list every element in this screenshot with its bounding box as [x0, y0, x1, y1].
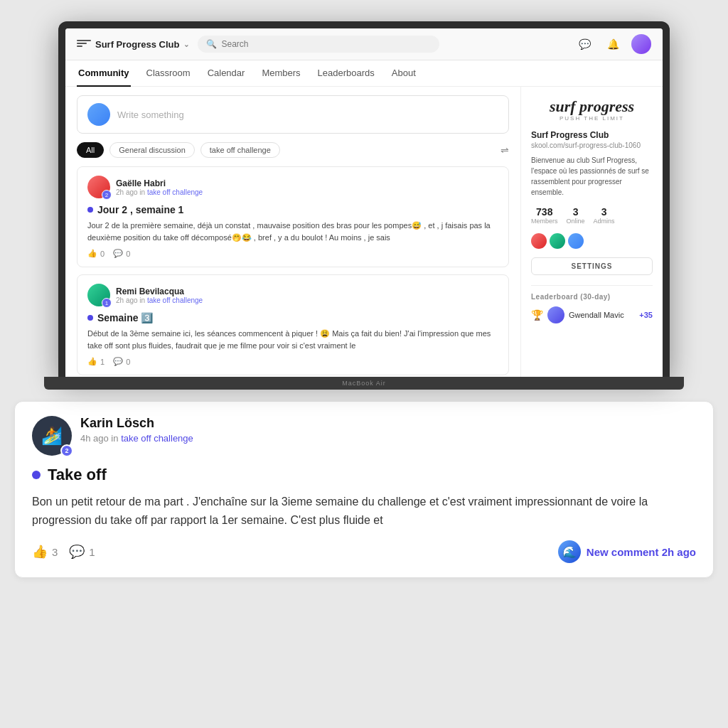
like-icon: 👍 — [32, 544, 48, 560]
new-comment-link[interactable]: New comment 2h ago — [587, 546, 696, 558]
blue-dot-icon — [87, 207, 93, 213]
post-card: 1 Remi Bevilacqua 2h ago in take off cha… — [77, 274, 509, 375]
card-header: 🏄 2 Karin Lösch 4h ago in take off chall… — [32, 416, 696, 456]
post-body: Début de la 3ème semaine ici, les séance… — [87, 328, 498, 351]
card-title: Take off — [32, 466, 696, 484]
filter-general[interactable]: General discussion — [109, 142, 195, 158]
leaderboard-title: Leaderboard (30-day) — [531, 293, 653, 301]
lb-avatar — [547, 306, 564, 323]
brand-tagline: PUSH THE LIMIT — [531, 115, 653, 122]
filter-all[interactable]: All — [77, 142, 104, 158]
card-comment-button[interactable]: 💬 1 — [69, 544, 95, 560]
filter-settings-icon[interactable]: ⇌ — [500, 144, 509, 156]
logo-icon — [77, 40, 91, 48]
card-actions: 👍 3 💬 1 🌊 New comment 2h ago — [32, 540, 696, 563]
filter-takeoff[interactable]: take off challenge — [200, 142, 280, 158]
like-button[interactable]: 👍 1 — [87, 357, 105, 366]
post-header: 1 Remi Bevilacqua 2h ago in take off cha… — [87, 284, 498, 306]
stat-members: 738 Members — [531, 206, 558, 225]
post-body: Jour 2 de la première semaine, déjà un c… — [87, 220, 498, 243]
write-placeholder: Write something — [117, 109, 184, 120]
card-badge: 2 — [60, 444, 73, 457]
tab-calendar[interactable]: Calendar — [206, 60, 247, 87]
sidebar-url: skool.com/surf-progress-club-1060 — [531, 141, 653, 149]
post-time: 2h ago in take off challenge — [116, 296, 203, 304]
like-icon: 👍 — [87, 249, 97, 258]
card-author: Karin Lösch — [80, 416, 193, 431]
filter-bar: All General discussion take off challeng… — [77, 142, 509, 158]
commenter-avatar: 🌊 — [558, 540, 581, 563]
laptop-screen: Surf Progress Club ⌄ 🔍 💬 🔔 Community Cla… — [65, 28, 663, 377]
search-bar[interactable]: 🔍 — [198, 36, 439, 53]
laptop-section: Surf Progress Club ⌄ 🔍 💬 🔔 Community Cla… — [0, 0, 728, 390]
card-like-button[interactable]: 👍 3 — [32, 544, 58, 560]
browser-topbar: Surf Progress Club ⌄ 🔍 💬 🔔 — [65, 28, 663, 60]
card-body: Bon un petit retour de ma part . J'encha… — [32, 493, 696, 529]
sidebar-description: Bienvenue au club Surf Progress, l'espac… — [531, 155, 653, 198]
comment-icon: 💬 — [69, 544, 85, 560]
bell-icon[interactable]: 🔔 — [603, 34, 623, 54]
blue-dot-icon — [87, 315, 93, 321]
tab-classroom[interactable]: Classroom — [145, 60, 192, 87]
member-avatar — [550, 233, 565, 249]
community-logo[interactable]: Surf Progress Club ⌄ — [77, 39, 189, 50]
member-avatar — [531, 233, 547, 249]
card-channel-link[interactable]: take off challenge — [121, 433, 193, 444]
nav-tabs: Community Classroom Calendar Members Lea… — [65, 60, 663, 87]
badge-count: 2 — [102, 190, 112, 200]
post-channel-link[interactable]: take off challenge — [147, 296, 203, 304]
new-comment-area: 🌊 New comment 2h ago — [558, 540, 696, 563]
member-avatar — [568, 233, 584, 249]
topbar-icons: 💬 🔔 — [574, 34, 651, 54]
card-avatar-wrap: 🏄 2 — [32, 416, 72, 456]
member-avatars — [531, 233, 653, 249]
card-time: 4h ago in take off challenge — [80, 433, 193, 444]
comment-button[interactable]: 💬 0 — [113, 357, 130, 366]
post-card: 2 Gaëlle Habri 2h ago in take off challe… — [77, 166, 509, 267]
comment-button[interactable]: 💬 0 — [113, 249, 130, 258]
post-meta: Gaëlle Habri 2h ago in take off challeng… — [116, 178, 203, 196]
post-author: Remi Bevilacqua — [116, 287, 203, 296]
post-header: 2 Gaëlle Habri 2h ago in take off challe… — [87, 176, 498, 198]
sidebar-brand: surf progress PUSH THE LIMIT — [531, 98, 653, 122]
like-button[interactable]: 👍 0 — [87, 249, 105, 258]
post-author: Gaëlle Habri — [116, 178, 203, 188]
laptop-brand-label: MacBook Air — [342, 380, 386, 387]
user-avatar[interactable] — [631, 34, 651, 54]
comment-icon: 💬 — [113, 357, 123, 366]
write-box[interactable]: Write something — [77, 95, 509, 134]
post-avatar: 1 — [87, 284, 110, 306]
feed-column: Write something All General discussion t… — [65, 87, 520, 377]
tab-community[interactable]: Community — [77, 60, 131, 87]
tab-about[interactable]: About — [390, 60, 417, 87]
post-title: Jour 2 , semaine 1 — [87, 204, 498, 215]
brand-logo-text: surf progress — [531, 98, 653, 115]
chevron-down-icon: ⌄ — [183, 41, 189, 48]
trophy-icon: 🏆 — [531, 309, 543, 321]
post-actions: 👍 1 💬 0 — [87, 357, 498, 366]
leaderboard-section: Leaderboard (30-day) 🏆 Gwendall Mavic +3… — [531, 285, 653, 323]
leaderboard-item: 🏆 Gwendall Mavic +35 — [531, 306, 653, 323]
badge-count: 1 — [102, 298, 112, 308]
post-meta: Remi Bevilacqua 2h ago in take off chall… — [116, 287, 203, 304]
community-name: Surf Progress Club — [95, 39, 179, 50]
tab-members[interactable]: Members — [260, 60, 301, 87]
card-meta: Karin Lösch 4h ago in take off challenge — [80, 416, 193, 444]
stat-online: 3 Online — [567, 206, 585, 225]
post-actions: 👍 0 💬 0 — [87, 249, 498, 258]
lb-points: +35 — [639, 311, 653, 319]
post-card-expanded: 🏄 2 Karin Lösch 4h ago in take off chall… — [14, 401, 714, 578]
stat-admins: 3 Admins — [594, 206, 615, 225]
post-channel-link[interactable]: take off challenge — [147, 188, 203, 196]
search-input[interactable] — [221, 39, 431, 49]
like-icon: 👍 — [87, 357, 97, 366]
comment-icon: 💬 — [113, 249, 123, 258]
main-content: Write something All General discussion t… — [65, 87, 663, 377]
settings-button[interactable]: SETTINGS — [531, 257, 653, 275]
post-time: 2h ago in take off challenge — [116, 188, 203, 196]
chat-icon[interactable]: 💬 — [574, 34, 594, 54]
search-icon: 🔍 — [206, 39, 217, 49]
tab-leaderboards[interactable]: Leaderboards — [316, 60, 376, 87]
sidebar-club-name: Surf Progress Club — [531, 130, 653, 140]
post-avatar: 2 — [87, 176, 110, 198]
